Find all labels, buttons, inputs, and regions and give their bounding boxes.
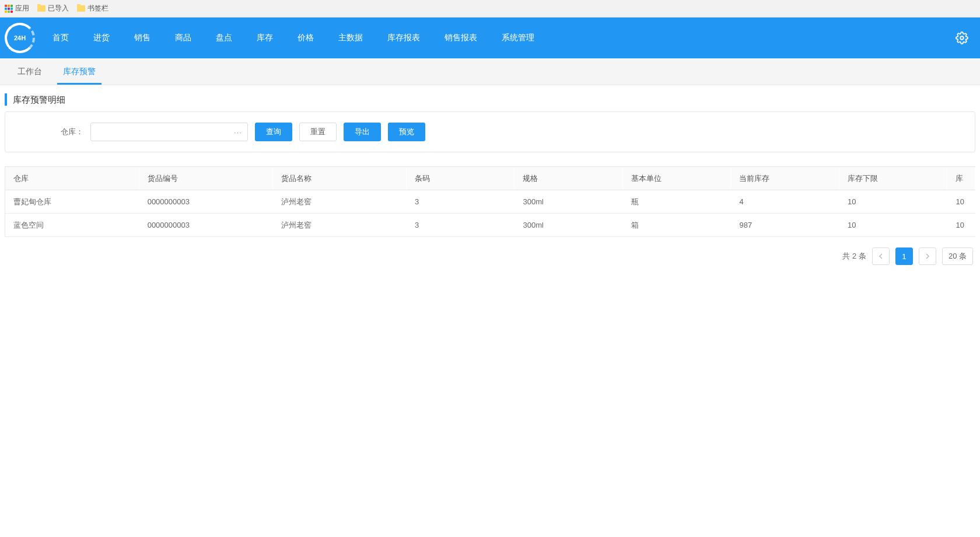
nav-home[interactable]: 首页 — [52, 33, 69, 43]
table-row[interactable]: 蓝色空间 0000000003 泸州老窖 3 300ml 箱 987 10 10 — [5, 214, 975, 237]
nav-sales-report[interactable]: 销售报表 — [444, 33, 477, 43]
settings-button[interactable] — [956, 32, 968, 44]
cell-spec: 300ml — [514, 214, 623, 237]
cell-unit: 箱 — [622, 214, 731, 237]
pager-size-select[interactable]: 20 条 — [942, 247, 973, 265]
nav-goods[interactable]: 商品 — [175, 33, 191, 43]
th-spec[interactable]: 规格 — [514, 167, 623, 190]
inventory-alert-table: 仓库 货品编号 货品名称 条码 规格 基本单位 当前库存 库存下限 库 曹妃甸仓… — [5, 166, 975, 237]
chevron-right-icon — [925, 253, 930, 259]
filter-panel: 仓库： ··· 查询 重置 导出 预览 — [5, 111, 975, 152]
filter-row: 仓库： ··· 查询 重置 导出 预览 — [13, 123, 967, 141]
nav-purchase[interactable]: 进货 — [93, 33, 110, 43]
nav-inventory-report[interactable]: 库存报表 — [387, 33, 420, 43]
gear-icon — [956, 32, 968, 44]
cell-lower: 10 — [839, 190, 947, 214]
logo-text: 24H — [13, 34, 27, 41]
chevron-left-icon — [878, 253, 883, 259]
cell-unit: 瓶 — [622, 190, 731, 214]
preview-button[interactable]: 预览 — [388, 123, 425, 141]
cell-lower: 10 — [839, 214, 947, 237]
nav-stocktake[interactable]: 盘点 — [216, 33, 232, 43]
nav-system[interactable]: 系统管理 — [502, 33, 534, 43]
page-tabs: 工作台 库存预警 — [0, 58, 980, 85]
warehouse-label: 仓库： — [13, 127, 83, 137]
apps-grid-icon — [5, 5, 13, 13]
nav-masterdata[interactable]: 主数据 — [338, 33, 363, 43]
svg-point-0 — [960, 36, 964, 40]
th-current[interactable]: 当前库存 — [731, 167, 839, 190]
export-button[interactable]: 导出 — [344, 123, 381, 141]
nav-inventory[interactable]: 库存 — [257, 33, 273, 43]
tab-inventory-alert[interactable]: 库存预警 — [52, 58, 106, 85]
cell-current: 987 — [731, 214, 839, 237]
section-title: 库存预警明细 — [5, 93, 975, 106]
cell-warehouse: 曹妃甸仓库 — [5, 190, 139, 214]
cell-name: 泸州老窖 — [272, 214, 406, 237]
tab-workbench[interactable]: 工作台 — [7, 58, 52, 85]
bookmark-apps-label: 应用 — [15, 4, 29, 13]
cell-name: 泸州老窖 — [272, 190, 406, 214]
cell-spec: 300ml — [514, 190, 623, 214]
cell-warehouse: 蓝色空间 — [5, 214, 139, 237]
cell-sku: 0000000003 — [139, 214, 272, 237]
th-barcode[interactable]: 条码 — [406, 167, 514, 190]
reset-button[interactable]: 重置 — [299, 123, 337, 141]
nav-price[interactable]: 价格 — [298, 33, 314, 43]
warehouse-input[interactable] — [90, 123, 248, 141]
bookmark-bar[interactable]: 书签栏 — [77, 4, 108, 13]
pager-prev[interactable] — [872, 247, 890, 265]
cell-sku: 0000000003 — [139, 190, 272, 214]
bookmark-bar-label: 书签栏 — [88, 4, 108, 13]
app-logo[interactable]: 24H — [5, 23, 35, 53]
folder-icon — [77, 5, 85, 12]
pager-page-1[interactable]: 1 — [895, 247, 913, 265]
nav-sales[interactable]: 销售 — [134, 33, 150, 43]
pagination: 共 2 条 1 20 条 — [5, 247, 975, 265]
th-warehouse[interactable]: 仓库 — [5, 167, 139, 190]
bookmark-imported[interactable]: 已导入 — [37, 4, 69, 13]
pager-next[interactable] — [919, 247, 936, 265]
th-name[interactable]: 货品名称 — [272, 167, 406, 190]
bookmark-imported-label: 已导入 — [48, 4, 69, 13]
th-sku[interactable]: 货品编号 — [139, 167, 272, 190]
warehouse-select[interactable]: ··· — [90, 123, 248, 141]
top-nav: 24H 首页 进货 销售 商品 盘点 库存 价格 主数据 库存报表 销售报表 系… — [0, 18, 980, 58]
pager-total: 共 2 条 — [842, 251, 866, 261]
nav-items: 首页 进货 销售 商品 盘点 库存 价格 主数据 库存报表 销售报表 系统管理 — [52, 33, 956, 43]
table-row[interactable]: 曹妃甸仓库 0000000003 泸州老窖 3 300ml 瓶 4 10 10 — [5, 190, 975, 214]
cell-extra: 10 — [947, 190, 975, 214]
pager-size-label: 20 条 — [949, 251, 967, 261]
th-lower[interactable]: 库存下限 — [839, 167, 947, 190]
table-wrap: 仓库 货品编号 货品名称 条码 规格 基本单位 当前库存 库存下限 库 曹妃甸仓… — [5, 166, 975, 237]
bookmark-apps[interactable]: 应用 — [5, 4, 29, 13]
th-unit[interactable]: 基本单位 — [622, 167, 731, 190]
cell-extra: 10 — [947, 214, 975, 237]
th-extra[interactable]: 库 — [947, 167, 975, 190]
browser-bookmark-bar: 应用 已导入 书签栏 — [0, 0, 980, 18]
cell-barcode: 3 — [406, 214, 514, 237]
table-header-row: 仓库 货品编号 货品名称 条码 规格 基本单位 当前库存 库存下限 库 — [5, 167, 975, 190]
query-button[interactable]: 查询 — [255, 123, 292, 141]
folder-icon — [37, 5, 46, 12]
cell-current: 4 — [731, 190, 839, 214]
cell-barcode: 3 — [406, 190, 514, 214]
